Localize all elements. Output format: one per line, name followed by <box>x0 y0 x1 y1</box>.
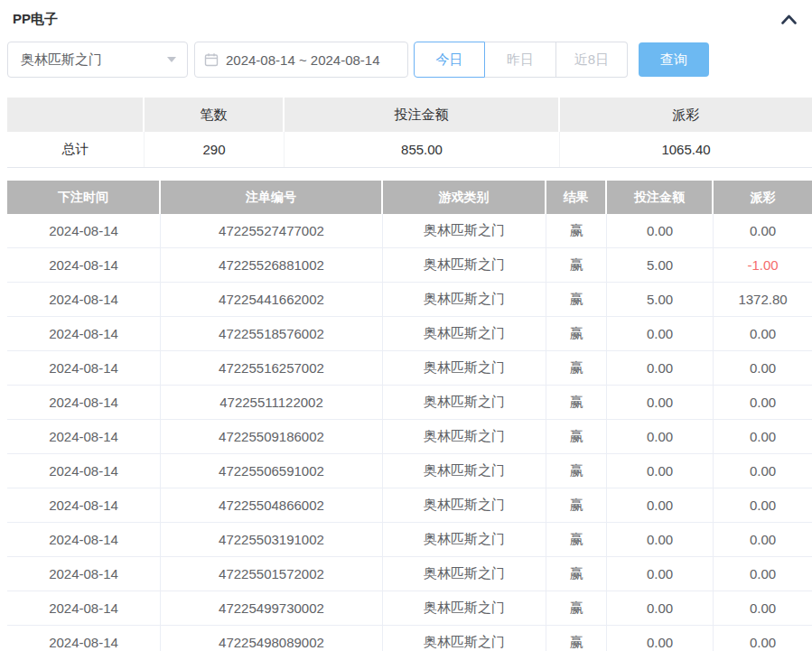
cell-bet-time: 2024-08-14 <box>7 557 161 591</box>
cell-bet-amount: 0.00 <box>607 454 714 488</box>
records-header-bet-amount: 投注金额 <box>607 181 714 214</box>
table-row: 2024-08-14 47225516257002 奥林匹斯之门 赢 0.00 … <box>7 351 812 386</box>
calendar-icon <box>204 52 219 67</box>
cell-bet-time: 2024-08-14 <box>7 626 161 651</box>
table-row: 2024-08-14 47225441662002 奥林匹斯之门 赢 5.00 … <box>7 283 812 317</box>
cell-result: 赢 <box>546 248 607 282</box>
records-header-row: 下注时间 注单编号 游戏类别 结果 投注金额 派彩 <box>7 181 812 214</box>
summary-total-count: 290 <box>145 132 285 167</box>
cell-bet-number: 47225503191002 <box>161 523 383 556</box>
summary-header-row: 笔数 投注金额 派彩 <box>7 98 812 132</box>
cell-payout: 0.00 <box>714 626 812 651</box>
cell-bet-amount: 0.00 <box>607 626 714 651</box>
cell-payout: 1372.80 <box>714 283 812 316</box>
table-row: 2024-08-14 47225526881002 奥林匹斯之门 赢 5.00 … <box>7 248 812 283</box>
cell-payout: 0.00 <box>714 454 812 488</box>
cell-game-category: 奥林匹斯之门 <box>383 591 546 625</box>
cell-payout: 0.00 <box>714 488 812 522</box>
cell-game-category: 奥林匹斯之门 <box>383 248 546 282</box>
cell-result: 赢 <box>546 317 607 350</box>
cell-bet-time: 2024-08-14 <box>7 454 161 488</box>
cell-bet-amount: 0.00 <box>607 523 714 556</box>
cell-result: 赢 <box>546 591 607 625</box>
cell-payout: 0.00 <box>714 420 812 453</box>
cell-bet-time: 2024-08-14 <box>7 591 161 625</box>
cell-bet-number: 47225518576002 <box>161 317 383 350</box>
table-row: 2024-08-14 47225503191002 奥林匹斯之门 赢 0.00 … <box>7 523 812 557</box>
cell-bet-number: 47225516257002 <box>161 351 383 385</box>
yesterday-button[interactable]: 昨日 <box>485 42 556 78</box>
cell-game-category: 奥林匹斯之门 <box>383 283 546 316</box>
cell-game-category: 奥林匹斯之门 <box>383 626 546 651</box>
cell-payout: 0.00 <box>714 557 812 591</box>
table-row: 2024-08-14 47225511122002 奥林匹斯之门 赢 0.00 … <box>7 386 812 420</box>
records-header-game-category: 游戏类别 <box>383 181 546 214</box>
summary-total-row: 总计 290 855.00 1065.40 <box>7 132 812 168</box>
summary-table: 笔数 投注金额 派彩 总计 290 855.00 1065.40 <box>7 98 812 168</box>
cell-result: 赢 <box>546 351 607 385</box>
cell-game-category: 奥林匹斯之门 <box>383 214 546 247</box>
today-button[interactable]: 今日 <box>414 42 485 78</box>
table-row: 2024-08-14 47225509186002 奥林匹斯之门 赢 0.00 … <box>7 420 812 454</box>
game-select[interactable]: 奥林匹斯之门 <box>7 42 188 78</box>
cell-bet-time: 2024-08-14 <box>7 214 161 247</box>
records-header-payout: 派彩 <box>714 181 812 214</box>
cell-result: 赢 <box>546 557 607 591</box>
cell-bet-amount: 5.00 <box>607 283 714 316</box>
records-body: 2024-08-14 47225527477002 奥林匹斯之门 赢 0.00 … <box>7 214 812 651</box>
cell-bet-time: 2024-08-14 <box>7 283 161 316</box>
cell-result: 赢 <box>546 523 607 556</box>
table-row: 2024-08-14 47225501572002 奥林匹斯之门 赢 0.00 … <box>7 557 812 591</box>
game-select-value: 奥林匹斯之门 <box>21 51 102 69</box>
chevron-down-icon <box>167 57 176 62</box>
date-range-input[interactable]: 2024-08-14 ~ 2024-08-14 <box>194 42 408 78</box>
cell-game-category: 奥林匹斯之门 <box>383 420 546 453</box>
records-header-bet-number: 注单编号 <box>161 181 383 214</box>
cell-bet-number: 47225506591002 <box>161 454 383 488</box>
summary-header-payout: 派彩 <box>560 98 812 132</box>
cell-bet-number: 47225526881002 <box>161 248 383 282</box>
cell-result: 赢 <box>546 454 607 488</box>
cell-payout: 0.00 <box>714 214 812 247</box>
cell-result: 赢 <box>546 420 607 453</box>
cell-bet-time: 2024-08-14 <box>7 248 161 282</box>
table-row: 2024-08-14 47225518576002 奥林匹斯之门 赢 0.00 … <box>7 317 812 351</box>
cell-game-category: 奥林匹斯之门 <box>383 386 546 419</box>
cell-bet-number: 47225504866002 <box>161 488 383 522</box>
cell-bet-time: 2024-08-14 <box>7 351 161 385</box>
cell-payout: 0.00 <box>714 317 812 350</box>
cell-bet-amount: 0.00 <box>607 488 714 522</box>
cell-result: 赢 <box>546 488 607 522</box>
cell-bet-amount: 0.00 <box>607 351 714 385</box>
cell-bet-number: 47225501572002 <box>161 557 383 591</box>
cell-result: 赢 <box>546 386 607 419</box>
cell-payout: 0.00 <box>714 591 812 625</box>
cell-bet-amount: 0.00 <box>607 214 714 247</box>
summary-header-count: 笔数 <box>145 98 285 132</box>
cell-payout: 0.00 <box>714 523 812 556</box>
cell-bet-time: 2024-08-14 <box>7 386 161 419</box>
cell-bet-number: 47225527477002 <box>161 214 383 247</box>
summary-total-payout: 1065.40 <box>560 132 812 167</box>
cell-result: 赢 <box>546 626 607 651</box>
records-table: 下注时间 注单编号 游戏类别 结果 投注金额 派彩 2024-08-14 472… <box>7 181 812 651</box>
cell-bet-time: 2024-08-14 <box>7 523 161 556</box>
cell-game-category: 奥林匹斯之门 <box>383 523 546 556</box>
cell-bet-number: 47225441662002 <box>161 283 383 316</box>
summary-total-label: 总计 <box>7 132 145 167</box>
table-row: 2024-08-14 47225498089002 奥林匹斯之门 赢 0.00 … <box>7 626 812 651</box>
cell-payout: 0.00 <box>714 351 812 385</box>
panel-title: PP电子 <box>13 11 58 28</box>
cell-result: 赢 <box>546 283 607 316</box>
query-button[interactable]: 查询 <box>639 42 709 77</box>
cell-payout: -1.00 <box>714 248 812 282</box>
cell-bet-amount: 0.00 <box>607 420 714 453</box>
cell-bet-number: 47225498089002 <box>161 626 383 651</box>
last-8-days-button[interactable]: 近8日 <box>556 42 628 78</box>
cell-game-category: 奥林匹斯之门 <box>383 351 546 385</box>
cell-bet-number: 47225511122002 <box>161 386 383 419</box>
date-range-value: 2024-08-14 ~ 2024-08-14 <box>226 52 380 68</box>
collapse-button[interactable] <box>779 10 798 28</box>
cell-result: 赢 <box>546 214 607 247</box>
summary-header-blank <box>7 98 145 132</box>
